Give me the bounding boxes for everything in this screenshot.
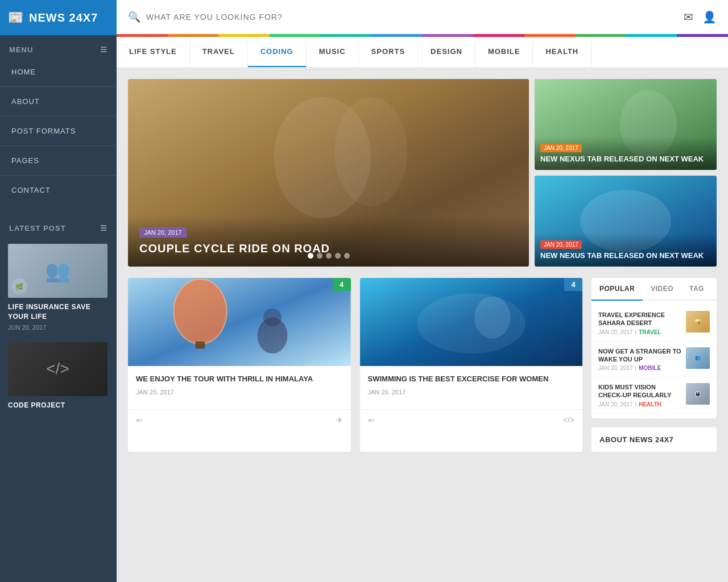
hero-side-date-1: JAN 20, 2017 xyxy=(540,144,582,152)
widget-post-thumb-2: 👥 xyxy=(686,347,710,369)
hero-side-cards: JAN 20, 2017 NEW NEXUS TAB RELEASED ON N… xyxy=(535,79,717,267)
hero-dot-4[interactable] xyxy=(335,253,341,259)
tab-popular[interactable]: POPULAR xyxy=(592,278,643,301)
about-widget: ABOUT NEWS 24X7 xyxy=(592,427,717,452)
widget-post-meta-3: JAN 20, 2017 | HEALTH xyxy=(598,401,681,408)
hero-main-slide[interactable]: JAN 20, 2017 COUPLE CYCLE RIDE ON ROAD xyxy=(128,79,529,267)
sidebar-logo[interactable]: 📰 NEWS 24X7 xyxy=(0,0,117,35)
nav-item-travel[interactable]: TRAVEL xyxy=(190,37,248,67)
widget-posts-list: TRAVEL EXPERIENCE SAHARA DESERT JAN 20, … xyxy=(592,301,717,418)
hero-side-caption-1: JAN 20, 2017 NEW NEXUS TAB RELEASED ON N… xyxy=(535,136,717,170)
sidebar-item-post-formats[interactable]: POST FORMATS xyxy=(0,119,117,143)
about-widget-title: ABOUT NEWS 24X7 xyxy=(599,435,709,444)
article-card-2: 4 SWIMMING IS THE BEST EXCERCISE FOR WOM… xyxy=(360,278,583,452)
nav-item-mobile[interactable]: MOBILE xyxy=(475,37,533,67)
nav-item-coding[interactable]: CODING xyxy=(248,37,307,67)
list-item: KIDS MUST VISION CHECK-UP REGULARLY JAN … xyxy=(592,377,717,414)
main-navigation: LIFE STYLE TRAVEL CODING MUSIC SPORTS DE… xyxy=(117,37,728,68)
svg-rect-10 xyxy=(196,342,205,349)
nav-item-sports[interactable]: SPORTS xyxy=(359,37,418,67)
hero-dot-3[interactable] xyxy=(326,253,332,259)
widget-post-title-3: KIDS MUST VISION CHECK-UP REGULARLY xyxy=(598,383,681,400)
svg-point-12 xyxy=(263,309,282,327)
list-item: NOW GET A STRANGER TO WAKE YOU UP JAN 20… xyxy=(592,342,717,378)
post-date: JUN 20, 2017 xyxy=(8,324,109,331)
widget-post-thumb-3: 👨‍👩‍👧 xyxy=(686,383,710,405)
sidebar-item-contact[interactable]: CONTACT xyxy=(0,178,117,202)
article-comment-count-2: 4 xyxy=(564,278,582,291)
post-title: LIFE INSURANCE SAVE YOUR LIFE xyxy=(8,302,109,322)
nav-divider xyxy=(0,146,117,146)
nav-item-health[interactable]: HEALTH xyxy=(533,37,592,67)
post-thumbnail: 👥 🌿 xyxy=(8,244,107,298)
nav-item-music[interactable]: MUSIC xyxy=(307,37,359,67)
widget-post-meta-2: JAN 20, 2017 | MOBILE xyxy=(598,365,681,371)
sidebar-item-pages[interactable]: PAGES xyxy=(0,148,117,173)
article-footer-2: ⇐ </> xyxy=(360,409,583,430)
share-icon[interactable]: ⇐ xyxy=(368,415,375,425)
article-image-2 xyxy=(360,278,583,366)
site-name: NEWS 24X7 xyxy=(29,11,98,24)
article-title-2: SWIMMING IS THE BEST EXCERCISE FOR WOMEN xyxy=(368,374,575,384)
sidebar-latest-posts: 👥 🌿 LIFE INSURANCE SAVE YOUR LIFE JUN 20… xyxy=(0,238,117,423)
nav-item-lifestyle[interactable]: LIFE STYLE xyxy=(117,37,190,67)
search-icon: 🔍 xyxy=(128,11,140,23)
latest-post-icon: ☰ xyxy=(100,224,107,232)
send-icon[interactable]: ✈ xyxy=(336,415,343,425)
hero-dot-1[interactable] xyxy=(308,253,313,259)
separator: | xyxy=(635,401,637,408)
widget-post-tag-3: HEALTH xyxy=(639,401,661,408)
search-input[interactable] xyxy=(146,13,684,22)
nav-divider xyxy=(0,116,117,117)
widget-post-title-1: TRAVEL EXPERIENCE SAHARA DESERT xyxy=(598,311,681,327)
hero-side-date-2: JAN 20, 2017 xyxy=(540,240,582,249)
widget-post-info-1: TRAVEL EXPERIENCE SAHARA DESERT JAN 20, … xyxy=(598,311,681,335)
article-thumbnail-2: 4 xyxy=(360,278,583,366)
leaf-icon: 🌿 xyxy=(11,278,27,294)
latest-post-header: LATEST POST ☰ xyxy=(0,214,117,238)
nav-divider xyxy=(0,86,117,87)
tab-tag[interactable]: TAG xyxy=(681,278,712,300)
hero-date-badge: JAN 20, 2017 xyxy=(139,227,187,238)
article-comment-count-1: 4 xyxy=(333,278,351,291)
hamburger-icon: ☰ xyxy=(100,45,107,54)
latest-post-label: LATEST POST xyxy=(9,224,66,232)
separator: | xyxy=(635,365,637,371)
main-content: 🔍 ✉ 👤 LIFE STYLE TRAVEL CODING MUSIC SPO… xyxy=(117,0,728,582)
article-image-1 xyxy=(128,278,351,366)
post-title: CODE PROJECT xyxy=(8,401,109,410)
articles-grid: 4 WE ENJOY THE TOUR WITH THRILL IN HIMAL… xyxy=(128,278,582,452)
hero-side-title-1: NEW NEXUS TAB RELEASED ON NEXT WEAK xyxy=(540,155,711,164)
hero-dot-2[interactable] xyxy=(317,253,322,259)
header-actions: ✉ 👤 xyxy=(684,10,717,24)
widget-post-date-2: JAN 20, 2017 xyxy=(598,365,633,371)
nav-item-design[interactable]: DESIGN xyxy=(418,37,475,67)
hero-side-card-1[interactable]: JAN 20, 2017 NEW NEXUS TAB RELEASED ON N… xyxy=(535,79,717,170)
hero-side-title-2: NEW NEXUS TAB RELEASED ON NEXT WEAK xyxy=(540,251,711,261)
post-thumbnail: </> xyxy=(8,342,107,396)
article-date-2: JAN 20, 2017 xyxy=(368,389,575,396)
article-thumbnail-1: 4 xyxy=(128,278,351,366)
hero-main-caption: JAN 20, 2017 COUPLE CYCLE RIDE ON ROAD xyxy=(128,215,529,267)
site-header: 🔍 ✉ 👤 xyxy=(117,0,728,34)
widget-post-date-1: JAN 20, 2017 xyxy=(598,329,633,335)
list-item: 👥 🌿 LIFE INSURANCE SAVE YOUR LIFE JUN 20… xyxy=(0,238,117,336)
share-icon[interactable]: ⇐ xyxy=(136,415,143,425)
sidebar-item-home[interactable]: HOME xyxy=(0,60,117,84)
hero-dot-indicators xyxy=(308,253,350,259)
svg-point-2 xyxy=(334,97,407,206)
popular-widget: POPULAR VIDEO TAG TRAVEL EXPERIENCE SAHA… xyxy=(592,278,717,418)
user-icon[interactable]: 👤 xyxy=(702,10,717,24)
tab-video[interactable]: VIDEO xyxy=(643,278,681,300)
svg-rect-7 xyxy=(128,278,351,366)
code-icon[interactable]: </> xyxy=(563,415,574,425)
hero-dot-5[interactable] xyxy=(344,253,350,259)
separator: | xyxy=(635,329,637,335)
page-content: JAN 20, 2017 COUPLE CYCLE RIDE ON ROAD xyxy=(117,68,728,463)
widget-post-info-2: NOW GET A STRANGER TO WAKE YOU UP JAN 20… xyxy=(598,347,681,372)
mail-icon[interactable]: ✉ xyxy=(684,10,693,24)
nav-divider xyxy=(0,175,117,176)
sidebar-navigation: HOME ABOUT POST FORMATS PAGES CONTACT xyxy=(0,60,117,214)
hero-side-card-2[interactable]: JAN 20, 2017 NEW NEXUS TAB RELEASED ON N… xyxy=(535,176,717,267)
sidebar-item-about[interactable]: ABOUT xyxy=(0,89,117,114)
